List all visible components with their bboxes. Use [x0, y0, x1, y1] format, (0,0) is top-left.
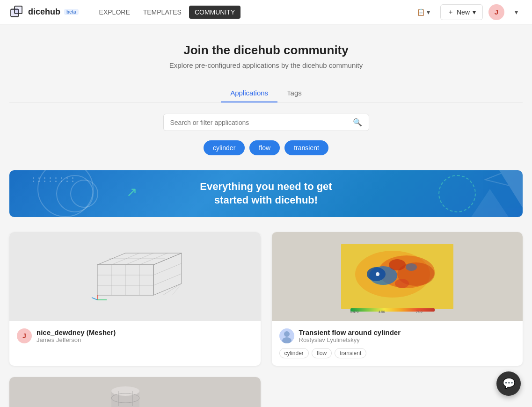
logo-icon: [9, 5, 24, 20]
card-mesh-author: J nice_dewdney (Mesher) James Jefferson: [17, 328, 253, 343]
banner-line1: Everything you need to get started with …: [200, 180, 332, 207]
banner-svg-deco: [429, 170, 523, 217]
svg-text:74.0: 74.0: [416, 310, 423, 313]
svg-marker-4: [499, 170, 523, 208]
card-tag-flow[interactable]: flow: [312, 348, 332, 358]
user-initial: J: [495, 8, 498, 16]
navbar: dicehub beta EXPLORE TEMPLATES COMMUNITY…: [0, 0, 532, 24]
clipboard-button[interactable]: 📋 ▾: [412, 6, 435, 19]
nav-community[interactable]: COMMUNITY: [189, 6, 240, 19]
svg-line-16: [139, 253, 168, 265]
search-box: 🔍: [163, 114, 369, 131]
banner-text: Everything you need to get started with …: [200, 180, 332, 207]
svg-point-39: [284, 331, 290, 337]
svg-point-50: [111, 386, 139, 396]
card-cfd-author: Transient flow around cylinder Rostyslav…: [279, 328, 516, 343]
avatar-icon: [279, 328, 294, 343]
plus-icon: ＋: [447, 8, 454, 16]
filter-tag-transient[interactable]: transient: [284, 140, 328, 155]
tab-applications[interactable]: Applications: [221, 84, 277, 102]
hero-title: Join the dicehub community: [9, 43, 523, 58]
card-cylinder[interactable]: [9, 377, 261, 407]
tab-tags[interactable]: Tags: [277, 84, 311, 102]
card-mesh-title: nice_dewdney (Mesher): [36, 328, 116, 336]
mesh-visualization: [9, 232, 261, 321]
search-input[interactable]: [170, 119, 349, 126]
svg-text:0.470: 0.470: [350, 310, 359, 313]
svg-marker-8: [153, 253, 182, 295]
nav-explore[interactable]: EXPLORE: [94, 6, 136, 19]
svg-point-38: [376, 272, 379, 276]
beta-badge: beta: [64, 9, 79, 15]
clipboard-chevron: ▾: [427, 8, 430, 16]
cards-grid: J nice_dewdney (Mesher) James Jefferson: [9, 232, 523, 407]
card-mesh-info: nice_dewdney (Mesher) James Jefferson: [36, 328, 116, 343]
new-label: New: [457, 8, 470, 16]
card-cfd-image: 0.470 4.50 74.0: [272, 232, 523, 321]
navbar-right: 📋 ▾ ＋ New ▾ J ▾: [412, 4, 523, 20]
cfd-svg: 0.470 4.50 74.0: [332, 239, 463, 314]
svg-line-18: [153, 263, 182, 275]
svg-rect-3: [15, 6, 22, 14]
svg-point-40: [282, 337, 292, 343]
card-mesh[interactable]: J nice_dewdney (Mesher) James Jefferson: [9, 232, 261, 366]
hero-subtitle: Explore pre-configured applications by t…: [9, 61, 523, 69]
card-cfd-title: Transient flow around cylinder: [299, 328, 401, 336]
card-cylinder-image: [9, 377, 261, 407]
cylinder-visualization: [9, 377, 261, 407]
banner-circle-3: [70, 180, 98, 208]
clipboard-icon: 📋: [417, 8, 425, 16]
user-avatar[interactable]: J: [488, 4, 504, 20]
svg-line-20: [163, 283, 182, 295]
svg-text:4.50: 4.50: [379, 310, 385, 313]
cfd-visualization: 0.470 4.50 74.0: [272, 232, 523, 321]
filter-tags: cylinder flow transient: [9, 140, 523, 155]
search-icon: 🔍: [353, 118, 362, 127]
card-cfd-info: Transient flow around cylinder Rostyslav…: [299, 328, 401, 343]
svg-line-19: [153, 274, 182, 285]
card-tag-transient[interactable]: transient: [335, 348, 366, 358]
filter-tag-flow[interactable]: flow: [249, 140, 280, 155]
banner-arrow: ↗: [126, 184, 137, 200]
mesh-svg: [83, 251, 186, 302]
svg-point-33: [406, 263, 417, 271]
chat-icon: 💬: [503, 378, 515, 390]
card-mesh-subtitle: James Jefferson: [36, 336, 116, 343]
card-cfd[interactable]: 0.470 4.50 74.0: [272, 232, 523, 366]
card-cfd-body: Transient flow around cylinder Rostyslav…: [272, 321, 523, 366]
search-container: 🔍: [9, 114, 523, 131]
hero-section: Join the dicehub community Explore pre-c…: [9, 43, 523, 69]
logo-text: dicehub: [28, 7, 60, 17]
avatar-chevron: ▾: [515, 8, 518, 16]
card-cfd-tags: cylinder flow transient: [279, 348, 516, 358]
nav-links: EXPLORE TEMPLATES COMMUNITY: [94, 6, 412, 19]
card-tag-cylinder[interactable]: cylinder: [279, 348, 309, 358]
card-cfd-avatar: [279, 328, 294, 343]
card-mesh-avatar: J: [17, 328, 32, 343]
card-cfd-subtitle: Rostyslav Lyulinetskyy: [299, 336, 401, 343]
svg-line-15: [125, 253, 153, 265]
tabs: Applications Tags: [9, 84, 523, 102]
avatar-dropdown-btn[interactable]: ▾: [510, 6, 523, 19]
card-mesh-body: J nice_dewdney (Mesher) James Jefferson: [9, 321, 261, 353]
svg-line-24: [92, 298, 97, 300]
cylinder-svg: [83, 382, 186, 407]
promo-banner[interactable]: ↗ Everything you need to get started wit…: [9, 170, 523, 217]
svg-line-14: [111, 253, 139, 265]
new-button[interactable]: ＋ New ▾: [440, 4, 483, 20]
svg-point-32: [395, 279, 409, 288]
card-mesh-image: [9, 232, 261, 321]
logo[interactable]: dicehub beta: [9, 5, 79, 20]
main-content: Join the dicehub community Explore pre-c…: [0, 24, 532, 407]
new-chevron: ▾: [473, 8, 476, 16]
chat-button[interactable]: 💬: [496, 371, 521, 396]
nav-templates[interactable]: TEMPLATES: [138, 6, 187, 19]
filter-tag-cylinder[interactable]: cylinder: [204, 140, 245, 155]
svg-point-31: [389, 259, 406, 270]
